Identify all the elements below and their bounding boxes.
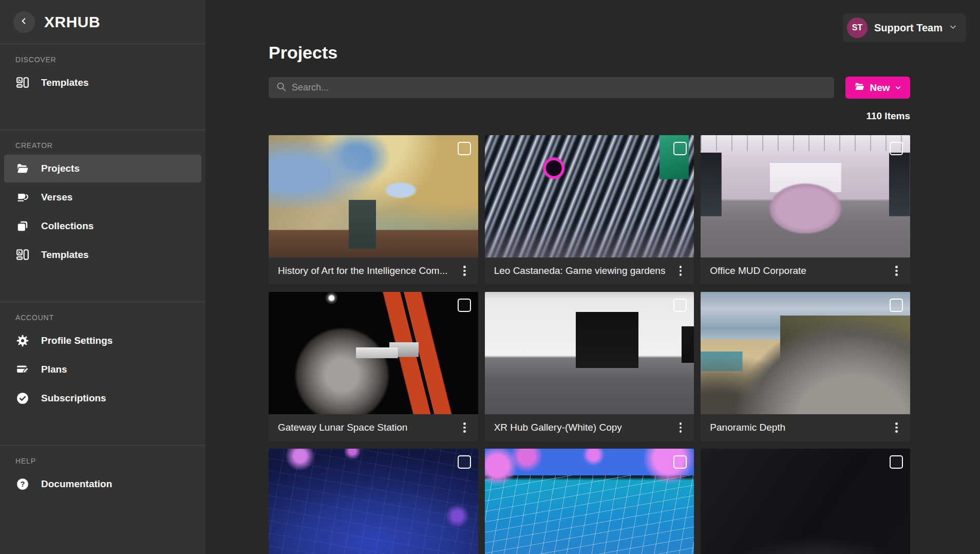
select-checkbox[interactable] bbox=[673, 299, 687, 312]
projects-grid: History of Art for the Intelligence Com.… bbox=[269, 135, 910, 554]
app-root: XRHUB DISCOVERTemplatesCREATORProjectsVe… bbox=[0, 0, 980, 554]
kebab-menu-button[interactable] bbox=[458, 418, 471, 437]
page-title: Projects bbox=[269, 43, 910, 63]
sidebar-item-label: Projects bbox=[41, 163, 80, 174]
chevron-down-icon bbox=[949, 23, 957, 32]
kebab-dot bbox=[680, 427, 682, 429]
select-checkbox[interactable] bbox=[890, 455, 903, 469]
select-checkbox[interactable] bbox=[673, 455, 687, 469]
project-card[interactable]: Gateway Lunar Space Station bbox=[269, 292, 478, 441]
project-thumbnail-dark-room[interactable] bbox=[701, 449, 910, 554]
kebab-menu-button[interactable] bbox=[674, 418, 687, 437]
search-icon bbox=[276, 81, 287, 94]
sidebar-item-plans[interactable]: Plans bbox=[4, 356, 201, 383]
search-bar[interactable] bbox=[269, 77, 834, 98]
sidebar-section: DISCOVERTemplates bbox=[0, 44, 205, 130]
project-thumbnail-vaporwave-palms[interactable] bbox=[485, 449, 694, 554]
select-checkbox[interactable] bbox=[458, 299, 471, 312]
kebab-dot bbox=[680, 270, 682, 272]
user-menu-button[interactable]: ST Support Team bbox=[843, 13, 966, 42]
kebab-dot bbox=[895, 270, 898, 272]
sidebar-item-documentation[interactable]: ?Documentation bbox=[4, 470, 201, 498]
sidebar-item-verses[interactable]: Verses bbox=[4, 183, 201, 211]
sidebar-item-templates[interactable]: Templates bbox=[4, 69, 201, 97]
project-card[interactable]: History of Art for the Intelligence Com.… bbox=[269, 135, 478, 284]
sidebar-item-profile-settings[interactable]: Profile Settings bbox=[4, 327, 201, 355]
select-checkbox[interactable] bbox=[890, 142, 903, 155]
sidebar-section-label: HELP bbox=[15, 457, 205, 465]
kebab-dot bbox=[680, 266, 682, 268]
sidebar-item-label: Templates bbox=[41, 249, 89, 261]
folder-open-icon bbox=[15, 161, 30, 176]
sidebar-item-label: Templates bbox=[41, 77, 89, 88]
card-footer: XR Hub Gallery-(White) Copy bbox=[485, 414, 694, 441]
select-checkbox[interactable] bbox=[673, 142, 687, 155]
kebab-menu-button[interactable] bbox=[458, 262, 471, 280]
folder-open-icon bbox=[854, 81, 865, 95]
sidebar-item-label: Subscriptions bbox=[41, 393, 106, 404]
new-button[interactable]: New bbox=[845, 77, 910, 99]
select-checkbox[interactable] bbox=[458, 142, 471, 155]
sidebar-section-label: DISCOVER bbox=[15, 56, 205, 64]
project-thumbnail-chrome-swirl[interactable] bbox=[485, 135, 694, 257]
kebab-menu-button[interactable] bbox=[890, 418, 903, 437]
project-card[interactable] bbox=[701, 449, 910, 554]
templates-icon bbox=[15, 76, 30, 90]
kebab-dot bbox=[895, 273, 898, 276]
project-card[interactable]: Panoramic Depth bbox=[701, 292, 910, 441]
project-card[interactable] bbox=[269, 449, 478, 554]
kebab-dot bbox=[463, 430, 466, 433]
kebab-dot bbox=[680, 273, 682, 276]
project-thumbnail-lunar-station[interactable] bbox=[269, 292, 478, 414]
card-footer: Panoramic Depth bbox=[701, 414, 910, 441]
select-checkbox[interactable] bbox=[458, 455, 471, 469]
sidebar-section: ACCOUNTProfile SettingsPlansSubscription… bbox=[0, 302, 205, 445]
project-thumbnail-fresco-room[interactable] bbox=[269, 135, 478, 257]
collapse-sidebar-button[interactable] bbox=[13, 11, 35, 33]
project-card[interactable] bbox=[485, 449, 694, 554]
templates-icon bbox=[15, 248, 30, 262]
project-title: Office MUD Corporate bbox=[710, 265, 806, 276]
sidebar-nav: DISCOVERTemplatesCREATORProjectsVersesCo… bbox=[0, 44, 205, 531]
chevron-down-icon bbox=[895, 82, 901, 94]
select-checkbox[interactable] bbox=[890, 299, 903, 312]
svg-text:?: ? bbox=[21, 480, 25, 488]
kebab-dot bbox=[463, 266, 466, 268]
verses-icon bbox=[15, 190, 30, 205]
project-title: XR Hub Gallery-(White) Copy bbox=[494, 422, 622, 433]
kebab-dot bbox=[895, 427, 898, 429]
sidebar-item-label: Plans bbox=[41, 364, 67, 375]
sidebar-item-projects[interactable]: Projects bbox=[4, 155, 201, 182]
avatar: ST bbox=[847, 17, 868, 38]
sidebar-section: CREATORProjectsVersesCollectionsTemplate… bbox=[0, 130, 205, 302]
search-input[interactable] bbox=[292, 82, 827, 93]
items-count: 110 Items bbox=[269, 110, 910, 122]
sidebar-item-collections[interactable]: Collections bbox=[4, 212, 201, 240]
sidebar-item-label: Profile Settings bbox=[41, 335, 112, 346]
project-thumbnail-neon-dome[interactable] bbox=[269, 449, 478, 554]
sidebar-item-templates[interactable]: Templates bbox=[4, 241, 201, 269]
sidebar-header: XRHUB bbox=[0, 0, 205, 44]
collections-icon bbox=[15, 219, 30, 233]
project-thumbnail-white-gallery[interactable] bbox=[485, 292, 694, 414]
project-thumbnail-beach-panorama[interactable] bbox=[701, 292, 910, 414]
kebab-menu-button[interactable] bbox=[890, 262, 903, 280]
sidebar-item-subscriptions[interactable]: Subscriptions bbox=[4, 384, 201, 412]
kebab-dot bbox=[463, 273, 466, 276]
project-card[interactable]: XR Hub Gallery-(White) Copy bbox=[485, 292, 694, 441]
main-content: ST Support Team Projects New bbox=[205, 0, 980, 554]
brand-logo: XRHUB bbox=[44, 13, 100, 31]
kebab-dot bbox=[680, 422, 682, 425]
kebab-menu-button[interactable] bbox=[674, 262, 687, 280]
card-footer: History of Art for the Intelligence Com.… bbox=[269, 257, 478, 284]
project-card[interactable]: Office MUD Corporate bbox=[701, 135, 910, 284]
sidebar-item-label: Verses bbox=[41, 192, 72, 203]
project-card[interactable]: Leo Castaneda: Game viewing gardens bbox=[485, 135, 694, 284]
kebab-dot bbox=[895, 430, 898, 433]
project-title: History of Art for the Intelligence Com.… bbox=[278, 265, 448, 276]
chevron-left-icon bbox=[20, 17, 28, 27]
kebab-dot bbox=[895, 266, 898, 268]
project-thumbnail-corporate-office[interactable] bbox=[701, 135, 910, 257]
sidebar-item-label: Documentation bbox=[41, 478, 112, 490]
sidebar-section: HELP?Documentation bbox=[0, 445, 205, 531]
